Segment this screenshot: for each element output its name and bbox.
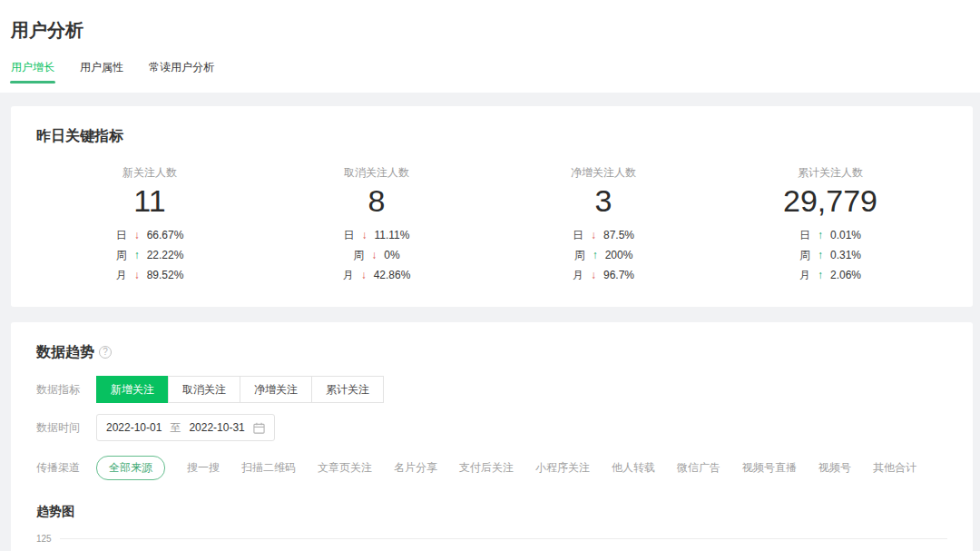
metric-new-followers: 新关注人数 11 日 ↓ 66.67% 周 ↑ 22.22% 月 ↓ 89.52…: [36, 165, 263, 285]
trend-period: 日: [573, 225, 583, 245]
channel-mini-program[interactable]: 小程序关注: [535, 460, 590, 476]
trend-row-week: 周 ↓ 0%: [263, 245, 490, 265]
chart-gridline: [60, 538, 947, 539]
metric-row-label: 数据指标: [36, 382, 96, 398]
calendar-icon: [253, 422, 265, 434]
time-row-label: 数据时间: [36, 420, 96, 436]
metrics-row: 新关注人数 11 日 ↓ 66.67% 周 ↑ 22.22% 月 ↓ 89.52…: [36, 165, 947, 285]
channel-repost[interactable]: 他人转载: [612, 460, 655, 476]
arrow-down-icon: ↓: [591, 265, 596, 285]
channel-all-sources[interactable]: 全部来源: [96, 456, 165, 480]
trend-period: 周: [574, 245, 585, 265]
arrow-down-icon: ↓: [362, 225, 368, 245]
channel-search[interactable]: 搜一搜: [187, 460, 220, 476]
trend-chart: 125: [36, 534, 947, 544]
date-start: 2022-10-01: [106, 421, 162, 434]
arrow-down-icon: ↓: [591, 225, 596, 245]
trend-row-day: 日 ↑ 0.01%: [717, 225, 944, 245]
trend-value: 0%: [384, 245, 399, 265]
trend-period: 月: [799, 265, 810, 285]
metric-label: 净增关注人数: [490, 165, 717, 180]
trend-period: 月: [343, 265, 354, 285]
channel-list: 全部来源 搜一搜 扫描二维码 文章页关注 名片分享 支付后关注 小程序关注 他人…: [96, 456, 916, 480]
trend-row-day: 日 ↓ 66.67%: [36, 225, 263, 245]
tab-user-growth[interactable]: 用户增长: [11, 60, 54, 84]
arrow-down-icon: ↓: [361, 265, 367, 285]
trend-row-day: 日 ↓ 11.11%: [263, 225, 490, 245]
channel-wechat-ads[interactable]: 微信广告: [677, 460, 720, 476]
metric-value: 3: [490, 183, 717, 218]
page-title: 用户分析: [11, 18, 980, 42]
trend-chart-heading: 趋势图: [36, 504, 947, 520]
channel-article-page[interactable]: 文章页关注: [318, 460, 372, 476]
date-end: 2022-10-31: [189, 421, 244, 434]
trend-value: 87.5%: [603, 225, 634, 245]
trend-value: 96.7%: [603, 265, 634, 285]
channel-video-account[interactable]: 视频号: [818, 460, 851, 476]
trend-value: 42.86%: [374, 265, 411, 285]
tab-bar: 用户增长 用户属性 常读用户分析: [11, 60, 980, 84]
question-mark-icon[interactable]: ?: [99, 346, 112, 359]
metric-label: 取消关注人数: [263, 165, 490, 180]
trend-period: 周: [799, 245, 810, 265]
arrow-up-icon: ↑: [818, 245, 823, 265]
metric-net-followers: 净增关注人数 3 日 ↓ 87.5% 周 ↑ 200% 月 ↓ 96.7%: [490, 165, 717, 285]
trend-value: 0.01%: [830, 225, 861, 245]
trend-period: 日: [799, 225, 810, 245]
date-separator: 至: [170, 420, 181, 436]
date-range-picker[interactable]: 2022-10-01 至 2022-10-31: [96, 414, 275, 441]
channel-qr-scan[interactable]: 扫描二维码: [241, 460, 296, 476]
trend-value: 200%: [605, 245, 633, 265]
metric-button-net-follow[interactable]: 净增关注: [240, 376, 312, 403]
metric-unfollowers: 取消关注人数 8 日 ↓ 11.11% 周 ↓ 0% 月 ↓ 42.86%: [263, 165, 490, 285]
trend-row-month: 月 ↓ 89.52%: [36, 265, 263, 285]
tab-frequent-readers[interactable]: 常读用户分析: [149, 60, 214, 84]
metric-selector-row: 数据指标 新增关注 取消关注 净增关注 累计关注: [36, 376, 947, 403]
data-trend-card: 数据趋势 ? 数据指标 新增关注 取消关注 净增关注 累计关注 数据时间 202…: [11, 322, 973, 551]
channel-row: 传播渠道 全部来源 搜一搜 扫描二维码 文章页关注 名片分享 支付后关注 小程序…: [36, 456, 947, 480]
trend-period: 日: [344, 225, 355, 245]
arrow-down-icon: ↓: [134, 265, 140, 285]
trend-row-day: 日 ↓ 87.5%: [490, 225, 717, 245]
trend-value: 11.11%: [375, 225, 410, 245]
data-trend-heading: 数据趋势 ?: [36, 322, 947, 359]
tab-user-attributes[interactable]: 用户属性: [80, 60, 123, 84]
channel-other-total[interactable]: 其他合计: [873, 460, 916, 476]
metric-label: 新关注人数: [36, 165, 263, 180]
trend-row-month: 月 ↓ 42.86%: [263, 265, 490, 285]
page-header: 用户分析 用户增长 用户属性 常读用户分析: [0, 0, 980, 93]
main-content: 昨日关键指标 新关注人数 11 日 ↓ 66.67% 周 ↑ 22.22% 月 …: [0, 93, 980, 551]
trend-row-week: 周 ↑ 200%: [490, 245, 717, 265]
trend-value: 22.22%: [147, 245, 184, 265]
channel-video-live[interactable]: 视频号直播: [742, 460, 797, 476]
metric-value: 8: [263, 183, 490, 218]
metric-button-total-follow[interactable]: 累计关注: [311, 376, 384, 403]
trend-period: 月: [573, 265, 583, 285]
trend-period: 周: [116, 245, 127, 265]
metric-button-new-follow[interactable]: 新增关注: [96, 376, 169, 403]
date-range-row: 数据时间 2022-10-01 至 2022-10-31: [36, 414, 947, 441]
trend-period: 月: [116, 265, 127, 285]
trend-value: 66.67%: [147, 225, 184, 245]
metric-button-unfollow[interactable]: 取消关注: [168, 376, 240, 403]
arrow-down-icon: ↓: [134, 225, 140, 245]
trend-row-month: 月 ↑ 2.06%: [717, 265, 944, 285]
metric-label: 累计关注人数: [717, 165, 944, 180]
arrow-up-icon: ↑: [818, 225, 823, 245]
channel-after-payment[interactable]: 支付后关注: [459, 460, 514, 476]
metric-value: 29,779: [717, 183, 944, 218]
channel-name-card[interactable]: 名片分享: [394, 460, 437, 476]
channel-row-label: 传播渠道: [36, 460, 96, 476]
metric-button-group: 新增关注 取消关注 净增关注 累计关注: [96, 376, 384, 403]
arrow-up-icon: ↑: [818, 265, 823, 285]
trend-row-week: 周 ↑ 22.22%: [36, 245, 263, 265]
trend-row-week: 周 ↑ 0.31%: [717, 245, 944, 265]
y-axis-tick: 125: [36, 534, 52, 544]
trend-value: 2.06%: [830, 265, 861, 285]
trend-value: 89.52%: [147, 265, 184, 285]
trend-row-month: 月 ↓ 96.7%: [490, 265, 717, 285]
key-metrics-heading: 昨日关键指标: [36, 106, 947, 143]
arrow-up-icon: ↑: [593, 245, 598, 265]
data-trend-heading-text: 数据趋势: [36, 344, 94, 359]
arrow-up-icon: ↑: [134, 245, 140, 265]
